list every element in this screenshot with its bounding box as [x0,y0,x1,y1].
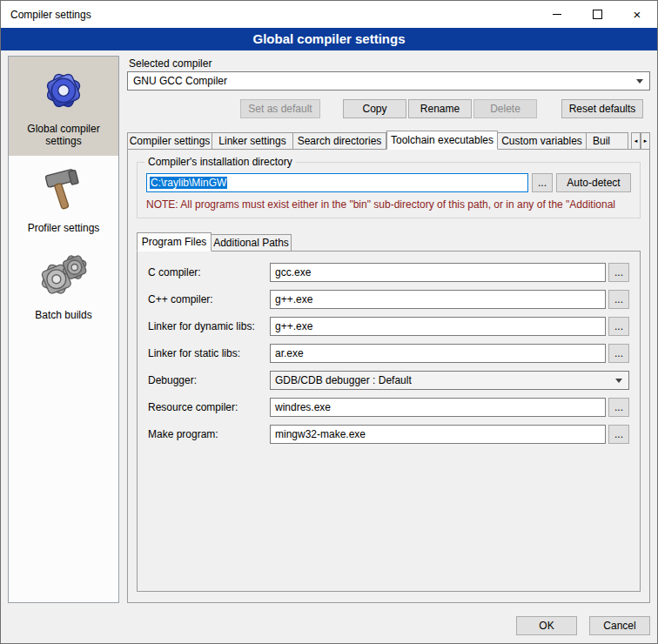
page-title: Global compiler settings [1,28,657,50]
make-program-input[interactable]: mingw32-make.exe [270,425,606,444]
debugger-select-value: GDB/CDB debugger : Default [275,374,412,386]
minimize-icon [553,14,561,15]
window-controls: × [537,1,657,28]
dialog-body: Global compiler settings Profiler settin… [1,50,657,608]
set-as-default-button[interactable]: Set as default [240,99,320,118]
resource-compiler-input[interactable]: windres.exe [270,398,606,417]
browse-directory-button[interactable]: ... [532,173,553,192]
field-label: Linker for dynamic libs: [148,320,270,332]
compiler-select[interactable]: GNU GCC Compiler [127,71,650,91]
tab-additional-paths[interactable]: Additional Paths [212,234,292,252]
window-title: Compiler settings [1,9,91,21]
form-row-resource-compiler: Resource compiler: windres.exe ... [148,398,629,417]
tab-scroll-left-button[interactable]: ◄ [631,132,641,150]
browse-c-compiler-button[interactable]: ... [608,263,629,282]
field-value: windres.exe [275,401,331,413]
sidebar-item-label: Global compiler settings [11,123,116,147]
installation-directory-group: Compiler's installation directory C:\ray… [137,162,641,218]
c-compiler-input[interactable]: gcc.exe [270,263,606,282]
settings-category-list: Global compiler settings Profiler settin… [8,56,119,603]
program-files-tabstrip: Program Files Additional Paths [137,232,641,252]
minimize-button[interactable] [537,1,577,28]
rename-button[interactable]: Rename [408,99,472,118]
field-label: Make program: [148,428,270,440]
linker-static-input[interactable]: ar.exe [270,344,606,363]
form-row-debugger: Debugger: GDB/CDB debugger : Default [148,371,629,390]
sidebar-item-batch-builds[interactable]: Batch builds [9,243,118,330]
form-row-c-compiler: C compiler: gcc.exe ... [148,263,629,282]
sidebar-item-global-compiler-settings[interactable]: Global compiler settings [9,57,118,156]
tab-scroll-controls: ◄ ► [631,132,650,150]
chevron-down-icon [615,379,622,383]
settings-tabstrip: Compiler settings Linker settings Search… [127,131,650,150]
compiler-actions: Set as default Copy Rename Delete Reset … [127,99,650,118]
maximize-icon [593,10,602,19]
close-button[interactable]: × [617,1,657,28]
tab-program-files[interactable]: Program Files [137,232,212,252]
tab-toolchain-executables[interactable]: Toolchain executables [386,131,498,150]
toolchain-executables-panel: Compiler's installation directory C:\ray… [127,149,650,603]
field-label: Resource compiler: [148,401,270,413]
gray-gears-icon [11,250,116,304]
ok-button[interactable]: OK [516,616,577,635]
field-label: C++ compiler: [148,293,270,305]
field-label: Linker for static libs: [148,347,270,359]
form-row-linker-static: Linker for static libs: ar.exe ... [148,344,629,363]
tab-build-options[interactable]: Buil [587,132,628,150]
cancel-button[interactable]: Cancel [589,616,650,635]
installation-directory-value: C:\raylib\MinGW [150,177,227,189]
field-label: C compiler: [148,266,270,278]
tab-search-directories[interactable]: Search directories [293,132,386,150]
tab-custom-variables[interactable]: Custom variables [498,132,587,150]
main-panel: Selected compiler GNU GCC Compiler Set a… [127,56,650,603]
field-value: g++.exe [275,293,312,305]
form-row-linker-dynamic: Linker for dynamic libs: g++.exe ... [148,317,629,336]
tab-linker-settings[interactable]: Linker settings [212,132,293,150]
tab-compiler-settings[interactable]: Compiler settings [127,132,212,150]
debugger-select[interactable]: GDB/CDB debugger : Default [270,371,629,390]
compiler-select-value: GNU GCC Compiler [133,75,227,87]
cpp-compiler-input[interactable]: g++.exe [270,290,606,309]
browse-make-program-button[interactable]: ... [608,425,629,444]
form-row-make-program: Make program: mingw32-make.exe ... [148,425,629,444]
blue-gear-icon [11,64,116,117]
field-label: Debugger: [148,374,270,386]
form-row-cpp-compiler: C++ compiler: g++.exe ... [148,290,629,309]
browse-cpp-compiler-button[interactable]: ... [608,290,629,309]
maximize-button[interactable] [577,1,617,28]
compiler-settings-window: Compiler settings × Global compiler sett… [0,0,658,644]
field-value: ar.exe [275,347,304,359]
dialog-footer: OK Cancel [1,608,657,643]
browse-resource-compiler-button[interactable]: ... [608,398,629,417]
copy-button[interactable]: Copy [343,99,406,118]
field-value: gcc.exe [275,266,311,278]
installation-directory-input[interactable]: C:\raylib\MinGW [146,173,528,192]
chevron-down-icon [636,79,643,84]
close-icon: × [634,8,641,21]
directory-note: NOTE: All programs must exist either in … [146,198,631,211]
sidebar-item-label: Batch builds [11,309,116,321]
installation-directory-group-title: Compiler's installation directory [144,156,296,169]
delete-button[interactable]: Delete [473,99,537,118]
field-value: g++.exe [275,320,312,332]
field-value: mingw32-make.exe [275,428,366,440]
selected-compiler-label: Selected compiler [127,56,650,71]
linker-dynamic-input[interactable]: g++.exe [270,317,606,336]
program-files-panel: C compiler: gcc.exe ... C++ compiler: g+… [137,251,641,592]
titlebar: Compiler settings × [1,1,657,28]
reset-defaults-button[interactable]: Reset defaults [561,99,643,118]
auto-detect-button[interactable]: Auto-detect [556,173,631,192]
tab-scroll-right-button[interactable]: ► [641,132,650,150]
browse-linker-dynamic-button[interactable]: ... [608,317,629,336]
sidebar-item-profiler-settings[interactable]: Profiler settings [9,156,118,243]
browse-linker-static-button[interactable]: ... [608,344,629,363]
sidebar-item-label: Profiler settings [11,222,116,234]
installation-directory-row: C:\raylib\MinGW ... Auto-detect [146,173,631,192]
profiler-hammer-icon [11,163,116,217]
